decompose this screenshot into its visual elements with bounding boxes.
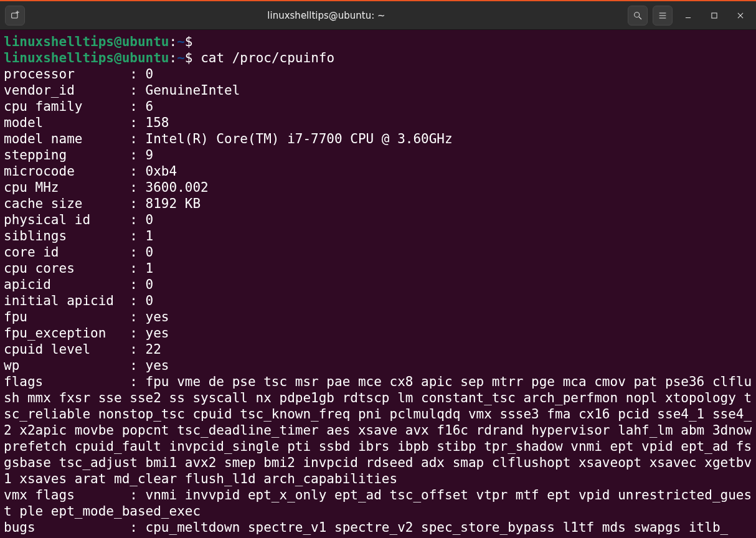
cpuinfo-row: cpu cores : 1 <box>4 260 752 276</box>
prompt-path: ~ <box>177 50 185 65</box>
cpuinfo-row: siblings : 1 <box>4 228 752 244</box>
cpuinfo-row: cache size : 8192 KB <box>4 196 752 212</box>
cpuinfo-row: apicid : 0 <box>4 276 752 293</box>
window-titlebar: linuxshelltips@ubuntu: ~ <box>0 0 756 30</box>
prompt-userhost: linuxshelltips@ubuntu <box>4 34 169 49</box>
prompt-line: linuxshelltips@ubuntu:~$ cat /proc/cpuin… <box>4 50 752 66</box>
cpuinfo-row: fpu_exception : yes <box>4 325 752 341</box>
cpuinfo-row: model : 158 <box>4 115 752 131</box>
cpuinfo-row: stepping : 9 <box>4 147 752 163</box>
cpuinfo-row-long: vmx flags : vnmi invvpid ept_x_only ept_… <box>4 487 752 519</box>
search-button[interactable] <box>628 6 648 26</box>
cpuinfo-row-long: flags : fpu vme de pse tsc msr pae mce c… <box>4 374 752 487</box>
cpuinfo-row: cpuid level : 22 <box>4 341 752 357</box>
cpuinfo-row: cpu MHz : 3600.002 <box>4 179 752 196</box>
svg-point-3 <box>635 12 640 17</box>
prompt-userhost: linuxshelltips@ubuntu <box>4 50 169 65</box>
cpuinfo-row: cpu family : 6 <box>4 98 752 115</box>
prompt-path: ~ <box>177 34 185 49</box>
cpuinfo-row: core id : 0 <box>4 244 752 260</box>
cpuinfo-row: microcode : 0xb4 <box>4 163 752 179</box>
svg-rect-9 <box>712 12 717 17</box>
menu-button[interactable] <box>653 6 673 26</box>
prompt-line: linuxshelltips@ubuntu:~$ <box>4 34 752 50</box>
cpuinfo-row: model name : Intel(R) Core(TM) i7-7700 C… <box>4 131 752 147</box>
minimize-button[interactable] <box>678 6 699 26</box>
cpuinfo-row: physical id : 0 <box>4 212 752 228</box>
close-button[interactable] <box>730 6 751 26</box>
terminal-output[interactable]: linuxshelltips@ubuntu:~$ linuxshelltips@… <box>0 30 756 538</box>
cpuinfo-row: vendor_id : GenuineIntel <box>4 82 752 98</box>
cpuinfo-row: fpu : yes <box>4 309 752 325</box>
maximize-button[interactable] <box>704 6 725 26</box>
new-tab-button[interactable] <box>5 6 25 26</box>
svg-line-4 <box>639 17 641 19</box>
cpuinfo-row-long: bugs : cpu_meltdown spectre_v1 spectre_v… <box>4 519 752 536</box>
cpuinfo-row: processor : 0 <box>4 66 752 82</box>
command-text: cat /proc/cpuinfo <box>201 50 334 65</box>
svg-rect-0 <box>12 13 17 18</box>
cpuinfo-row: initial apicid : 0 <box>4 293 752 309</box>
window-title: linuxshelltips@ubuntu: ~ <box>25 10 628 21</box>
cpuinfo-row: wp : yes <box>4 357 752 374</box>
